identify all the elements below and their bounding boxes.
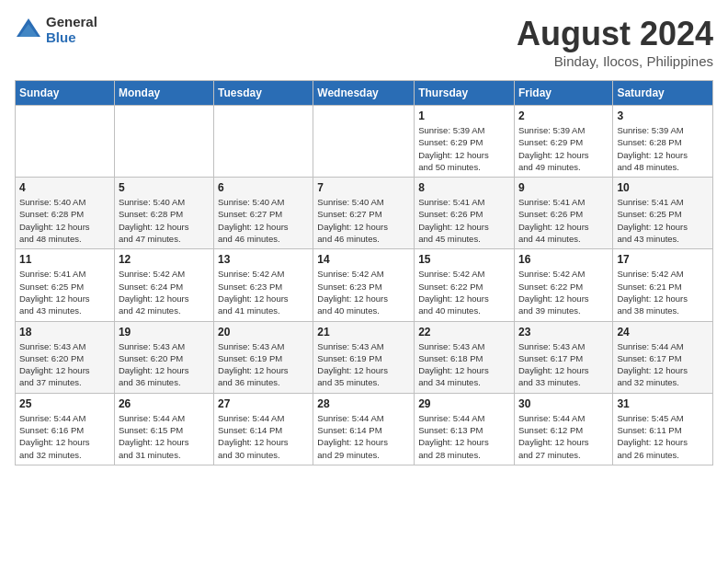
calendar-week-row: 11Sunrise: 5:41 AM Sunset: 6:25 PM Dayli… — [16, 249, 713, 321]
calendar-cell: 7Sunrise: 5:40 AM Sunset: 6:27 PM Daylig… — [313, 178, 415, 249]
col-header-wednesday: Wednesday — [313, 81, 415, 106]
day-info: Sunrise: 5:42 AM Sunset: 6:22 PM Dayligh… — [418, 268, 510, 316]
calendar-cell: 28Sunrise: 5:44 AM Sunset: 6:14 PM Dayli… — [313, 393, 415, 465]
day-number: 4 — [19, 181, 110, 194]
calendar-table: SundayMondayTuesdayWednesdayThursdayFrid… — [15, 80, 713, 465]
day-info: Sunrise: 5:44 AM Sunset: 6:13 PM Dayligh… — [418, 412, 510, 461]
day-info: Sunrise: 5:43 AM Sunset: 6:19 PM Dayligh… — [218, 340, 309, 389]
calendar-cell — [313, 106, 415, 178]
day-number: 8 — [418, 181, 510, 194]
calendar-cell: 24Sunrise: 5:44 AM Sunset: 6:17 PM Dayli… — [613, 321, 713, 393]
day-info: Sunrise: 5:44 AM Sunset: 6:12 PM Dayligh… — [518, 412, 609, 461]
calendar-week-row: 1Sunrise: 5:39 AM Sunset: 6:29 PM Daylig… — [16, 106, 713, 178]
day-info: Sunrise: 5:44 AM Sunset: 6:14 PM Dayligh… — [317, 412, 410, 461]
day-number: 27 — [218, 397, 309, 410]
day-number: 22 — [418, 326, 510, 339]
day-info: Sunrise: 5:44 AM Sunset: 6:15 PM Dayligh… — [119, 412, 210, 461]
logo-blue: Blue — [46, 30, 97, 46]
logo-icon — [15, 17, 42, 44]
day-info: Sunrise: 5:44 AM Sunset: 6:16 PM Dayligh… — [19, 412, 110, 461]
day-info: Sunrise: 5:42 AM Sunset: 6:24 PM Dayligh… — [119, 268, 210, 316]
page-header: General Blue August 2024 Binday, Ilocos,… — [15, 15, 713, 69]
day-number: 3 — [617, 109, 709, 122]
day-number: 9 — [518, 181, 609, 194]
day-info: Sunrise: 5:42 AM Sunset: 6:22 PM Dayligh… — [518, 268, 609, 316]
calendar-cell: 1Sunrise: 5:39 AM Sunset: 6:29 PM Daylig… — [415, 106, 515, 178]
calendar-week-row: 4Sunrise: 5:40 AM Sunset: 6:28 PM Daylig… — [16, 178, 713, 249]
day-number: 28 — [317, 397, 410, 410]
day-info: Sunrise: 5:42 AM Sunset: 6:23 PM Dayligh… — [317, 268, 410, 316]
calendar-week-row: 18Sunrise: 5:43 AM Sunset: 6:20 PM Dayli… — [16, 321, 713, 393]
day-info: Sunrise: 5:43 AM Sunset: 6:20 PM Dayligh… — [19, 340, 110, 389]
calendar-cell: 8Sunrise: 5:41 AM Sunset: 6:26 PM Daylig… — [415, 178, 515, 249]
day-info: Sunrise: 5:43 AM Sunset: 6:19 PM Dayligh… — [317, 340, 410, 389]
calendar-cell: 23Sunrise: 5:43 AM Sunset: 6:17 PM Dayli… — [514, 321, 612, 393]
calendar-cell — [114, 106, 213, 178]
day-number: 1 — [418, 109, 510, 122]
day-info: Sunrise: 5:40 AM Sunset: 6:28 PM Dayligh… — [19, 196, 110, 245]
day-info: Sunrise: 5:40 AM Sunset: 6:27 PM Dayligh… — [218, 196, 309, 245]
title-block: August 2024 Binday, Ilocos, Philippines — [517, 15, 713, 69]
day-number: 26 — [119, 397, 210, 410]
calendar-cell: 5Sunrise: 5:40 AM Sunset: 6:28 PM Daylig… — [114, 178, 213, 249]
day-number: 30 — [518, 397, 609, 410]
day-info: Sunrise: 5:44 AM Sunset: 6:14 PM Dayligh… — [218, 412, 309, 461]
day-info: Sunrise: 5:41 AM Sunset: 6:26 PM Dayligh… — [518, 196, 609, 245]
calendar-cell: 30Sunrise: 5:44 AM Sunset: 6:12 PM Dayli… — [514, 393, 612, 465]
calendar-cell: 11Sunrise: 5:41 AM Sunset: 6:25 PM Dayli… — [16, 249, 115, 321]
calendar-cell: 3Sunrise: 5:39 AM Sunset: 6:28 PM Daylig… — [613, 106, 713, 178]
col-header-monday: Monday — [114, 81, 213, 106]
day-info: Sunrise: 5:43 AM Sunset: 6:17 PM Dayligh… — [518, 340, 609, 389]
calendar-cell: 14Sunrise: 5:42 AM Sunset: 6:23 PM Dayli… — [313, 249, 415, 321]
day-info: Sunrise: 5:41 AM Sunset: 6:26 PM Dayligh… — [418, 196, 510, 245]
location: Binday, Ilocos, Philippines — [517, 53, 713, 69]
calendar-cell: 13Sunrise: 5:42 AM Sunset: 6:23 PM Dayli… — [214, 249, 313, 321]
calendar-cell: 16Sunrise: 5:42 AM Sunset: 6:22 PM Dayli… — [514, 249, 612, 321]
calendar-week-row: 25Sunrise: 5:44 AM Sunset: 6:16 PM Dayli… — [16, 393, 713, 465]
col-header-tuesday: Tuesday — [214, 81, 313, 106]
logo-text: General Blue — [46, 15, 97, 45]
day-number: 7 — [317, 181, 410, 194]
calendar-cell: 10Sunrise: 5:41 AM Sunset: 6:25 PM Dayli… — [613, 178, 713, 249]
day-number: 6 — [218, 181, 309, 194]
calendar-cell — [214, 106, 313, 178]
col-header-friday: Friday — [514, 81, 612, 106]
day-number: 15 — [418, 253, 510, 266]
day-info: Sunrise: 5:45 AM Sunset: 6:11 PM Dayligh… — [617, 412, 709, 461]
day-info: Sunrise: 5:42 AM Sunset: 6:21 PM Dayligh… — [617, 268, 709, 316]
day-number: 23 — [518, 326, 609, 339]
calendar-cell: 6Sunrise: 5:40 AM Sunset: 6:27 PM Daylig… — [214, 178, 313, 249]
logo: General Blue — [15, 15, 97, 45]
month-title: August 2024 — [517, 15, 713, 53]
calendar-cell: 22Sunrise: 5:43 AM Sunset: 6:18 PM Dayli… — [415, 321, 515, 393]
day-info: Sunrise: 5:40 AM Sunset: 6:28 PM Dayligh… — [119, 196, 210, 245]
day-number: 12 — [119, 253, 210, 266]
calendar-cell: 15Sunrise: 5:42 AM Sunset: 6:22 PM Dayli… — [415, 249, 515, 321]
day-info: Sunrise: 5:42 AM Sunset: 6:23 PM Dayligh… — [218, 268, 309, 316]
calendar-cell: 20Sunrise: 5:43 AM Sunset: 6:19 PM Dayli… — [214, 321, 313, 393]
calendar-cell: 25Sunrise: 5:44 AM Sunset: 6:16 PM Dayli… — [16, 393, 115, 465]
col-header-saturday: Saturday — [613, 81, 713, 106]
calendar-cell: 12Sunrise: 5:42 AM Sunset: 6:24 PM Dayli… — [114, 249, 213, 321]
calendar-cell: 21Sunrise: 5:43 AM Sunset: 6:19 PM Dayli… — [313, 321, 415, 393]
day-info: Sunrise: 5:41 AM Sunset: 6:25 PM Dayligh… — [617, 196, 709, 245]
calendar-cell: 2Sunrise: 5:39 AM Sunset: 6:29 PM Daylig… — [514, 106, 612, 178]
calendar-cell: 17Sunrise: 5:42 AM Sunset: 6:21 PM Dayli… — [613, 249, 713, 321]
day-number: 25 — [19, 397, 110, 410]
calendar-cell: 18Sunrise: 5:43 AM Sunset: 6:20 PM Dayli… — [16, 321, 115, 393]
day-number: 14 — [317, 253, 410, 266]
day-number: 19 — [119, 326, 210, 339]
day-number: 16 — [518, 253, 609, 266]
day-info: Sunrise: 5:41 AM Sunset: 6:25 PM Dayligh… — [19, 268, 110, 316]
day-info: Sunrise: 5:39 AM Sunset: 6:29 PM Dayligh… — [418, 124, 510, 173]
calendar-header-row: SundayMondayTuesdayWednesdayThursdayFrid… — [16, 81, 713, 106]
day-info: Sunrise: 5:43 AM Sunset: 6:18 PM Dayligh… — [418, 340, 510, 389]
day-number: 18 — [19, 326, 110, 339]
day-number: 5 — [119, 181, 210, 194]
day-number: 13 — [218, 253, 309, 266]
day-number: 29 — [418, 397, 510, 410]
day-number: 31 — [617, 397, 709, 410]
day-info: Sunrise: 5:39 AM Sunset: 6:28 PM Dayligh… — [617, 124, 709, 173]
day-number: 2 — [518, 109, 609, 122]
calendar-cell: 4Sunrise: 5:40 AM Sunset: 6:28 PM Daylig… — [16, 178, 115, 249]
